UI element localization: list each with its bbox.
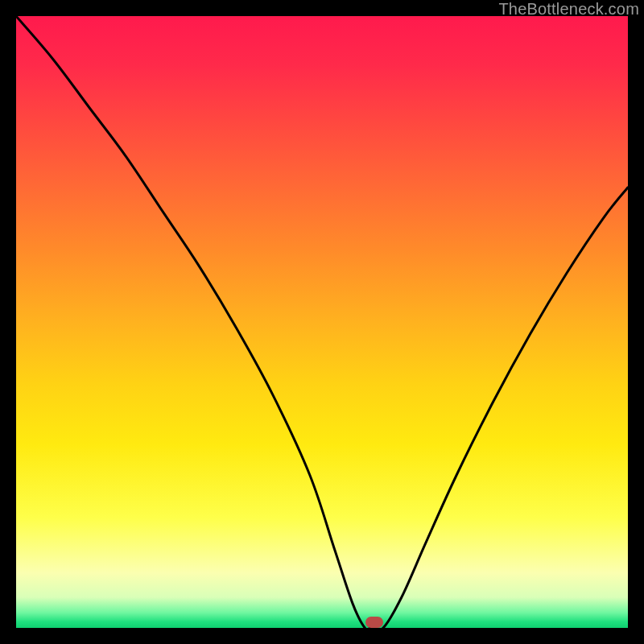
plot-area: [16, 16, 628, 628]
minimum-marker: [365, 617, 383, 628]
chart-frame: TheBottleneck.com: [0, 0, 644, 644]
bottleneck-curve: [16, 16, 628, 628]
